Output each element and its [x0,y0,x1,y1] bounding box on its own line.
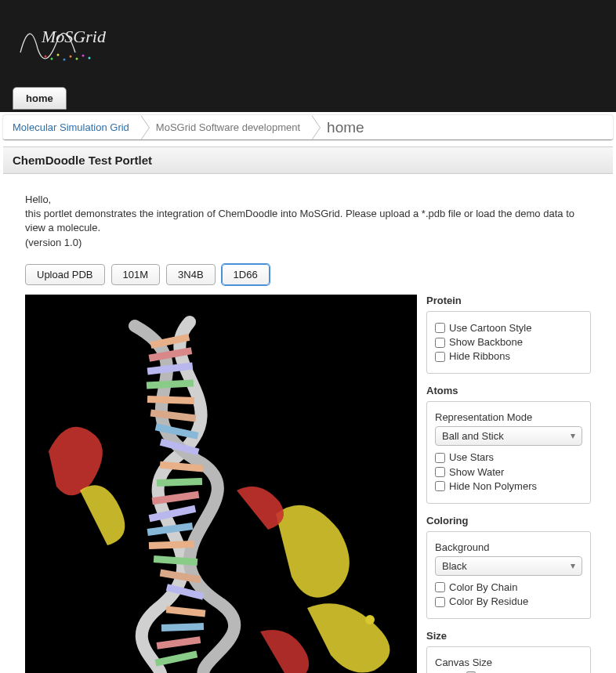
use-stars-row[interactable]: Use Stars [435,450,582,465]
svg-point-2 [51,58,53,60]
atoms-heading: Atoms [426,385,591,396]
hide-non-polymers-row[interactable]: Hide Non Polymers [435,479,582,494]
size-panel: Canvas Size (500x500) [426,646,591,673]
atoms-panel: Representation Mode Ball and Stick Use S… [426,401,591,504]
nav-bar: home [0,82,616,112]
coloring-heading: Coloring [426,515,591,526]
greeting: Hello, [25,193,591,207]
svg-point-8 [89,57,91,60]
svg-rect-27 [161,623,204,631]
breadcrumb-root-link[interactable]: Molecular Simulation Grid [13,121,129,133]
hide-non-polymers-label: Hide Non Polymers [449,479,537,494]
use-cartoon-checkbox[interactable] [435,323,445,333]
load-1d66-button[interactable]: 1D66 [222,264,270,285]
hide-ribbons-label: Hide Ribbons [449,349,510,364]
rep-mode-select[interactable]: Ball and Stick [435,426,582,446]
svg-point-6 [76,58,78,60]
rep-mode-label: Representation Mode [435,411,582,423]
svg-point-3 [57,54,60,56]
coloring-panel: Background Black Color By Chain Color By… [426,531,591,619]
background-label: Background [435,541,582,553]
upload-pdb-button[interactable]: Upload PDB [25,264,105,285]
show-backbone-row[interactable]: Show Backbone [435,335,582,349]
nav-tab-home[interactable]: home [13,87,67,110]
button-row: Upload PDB 101M 3N4B 1D66 [25,264,591,285]
svg-text:MoSGrid: MoSGrid [41,27,107,46]
logo: MoSGrid [14,9,132,81]
portlet-body: Hello, this portlet demonstrates the int… [3,174,613,673]
protein-panel: Use Cartoon Style Show Backbone Hide Rib… [426,311,591,374]
svg-rect-28 [157,636,201,649]
svg-point-4 [63,59,66,61]
molecule-viewer[interactable] [25,295,417,673]
load-3n4b-button[interactable]: 3N4B [166,264,216,285]
svg-rect-12 [147,379,194,389]
use-cartoon-label: Use Cartoon Style [449,321,532,335]
show-backbone-checkbox[interactable] [435,338,445,348]
hide-ribbons-row[interactable]: Hide Ribbons [435,349,582,364]
app-header: MoSGrid [0,0,616,82]
use-stars-checkbox[interactable] [435,453,445,463]
use-cartoon-row[interactable]: Use Cartoon Style [435,321,582,335]
svg-point-1 [45,56,47,58]
intro-text: Hello, this portlet demonstrates the int… [25,193,591,250]
background-select[interactable]: Black [435,556,582,576]
use-stars-label: Use Stars [449,450,494,465]
version: (version 1.0) [25,236,591,250]
side-panel: Protein Use Cartoon Style Show Backbone … [426,295,591,673]
hide-non-polymers-checkbox[interactable] [435,481,445,491]
color-by-chain-label: Color By Chain [449,581,517,595]
svg-rect-13 [147,396,194,404]
size-heading: Size [426,630,591,642]
svg-point-5 [70,56,72,58]
breadcrumb: Molecular Simulation Grid MoSGrid Softwa… [3,115,613,140]
hide-ribbons-checkbox[interactable] [435,352,445,362]
color-by-residue-label: Color By Residue [449,595,528,609]
molecule-render [25,295,417,673]
show-water-label: Show Water [449,465,504,479]
breadcrumb-leaf: home [311,115,375,139]
show-water-row[interactable]: Show Water [435,465,582,479]
svg-rect-26 [166,606,206,617]
show-backbone-label: Show Backbone [449,335,523,349]
protein-heading: Protein [426,295,591,306]
color-by-chain-checkbox[interactable] [435,582,445,592]
portlet-title: ChemDoodle Test Portlet [3,147,613,174]
breadcrumb-mid[interactable]: MoSGrid Software development [140,115,311,139]
svg-rect-29 [155,650,198,666]
canvas-size-label: Canvas Size [435,657,582,668]
description: this portlet demonstrates the integratio… [25,207,591,235]
svg-point-7 [82,55,85,57]
color-by-residue-row[interactable]: Color By Residue [435,595,582,609]
main-area: Protein Use Cartoon Style Show Backbone … [25,295,591,673]
load-101m-button[interactable]: 101M [111,264,161,285]
color-by-chain-row[interactable]: Color By Chain [435,581,582,595]
color-by-residue-checkbox[interactable] [435,597,445,607]
portlet: ChemDoodle Test Portlet Hello, this port… [3,147,613,673]
show-water-checkbox[interactable] [435,467,445,477]
breadcrumb-root[interactable]: Molecular Simulation Grid [3,115,140,139]
svg-point-30 [365,615,375,624]
